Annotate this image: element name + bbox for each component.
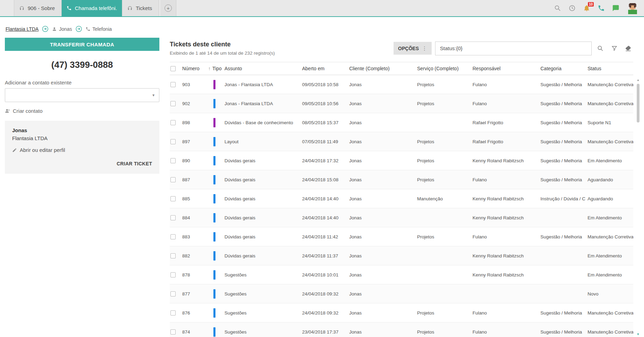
column-header-servico[interactable]: Serviço (Completo) <box>415 62 470 75</box>
row-checkbox[interactable] <box>170 234 176 239</box>
ticket-subject[interactable]: Jonas - Flantasia LTDA <box>222 75 300 94</box>
ticket-opened-at: 24/04/2018 09:32 <box>300 284 347 303</box>
existing-contact-select[interactable]: ▾ <box>5 88 159 102</box>
row-checkbox[interactable] <box>170 253 176 258</box>
table-row[interactable]: 884Dúvidas gerais24/04/2018 14:40JonasKe… <box>170 208 633 227</box>
column-header-aberto-em[interactable]: Aberto em <box>300 62 347 75</box>
ticket-subject[interactable]: Dúvidas - Base de conhecimento <box>222 113 300 132</box>
row-checkbox[interactable] <box>170 139 176 144</box>
user-avatar[interactable] <box>627 2 638 14</box>
edit-profile-link[interactable]: Abrir ou editar perfil <box>12 147 152 153</box>
ticket-client: Jonas <box>347 151 415 170</box>
ticket-type-cell <box>211 151 222 170</box>
row-checkbox[interactable] <box>170 120 176 125</box>
ticket-category: Sugestão / Melhoria <box>538 75 585 94</box>
create-ticket-button[interactable]: CRIAR TICKET <box>12 161 152 166</box>
ticket-client: Jonas <box>347 189 415 208</box>
topbar-actions: 10 <box>554 0 644 16</box>
telephony-phone-icon[interactable] <box>598 4 605 12</box>
table-row[interactable]: 897Layout07/05/2018 11:49JonasProjetosRa… <box>170 132 633 151</box>
breadcrumb-company-link[interactable]: Flantasia LTDA <box>6 26 38 32</box>
filter-input[interactable] <box>435 42 592 55</box>
row-checkbox[interactable] <box>170 215 176 220</box>
ticket-number: 903 <box>180 75 211 94</box>
filter-funnel-icon[interactable] <box>609 45 619 52</box>
row-checkbox[interactable] <box>170 291 176 297</box>
tab-ticket-906[interactable]: 906 - Sobre ... <box>14 0 62 16</box>
ticket-subject[interactable]: Jonas - Flantasia LTDA <box>222 94 300 113</box>
table-row[interactable]: 885Dúvidas gerais24/04/2018 14:40JonasMa… <box>170 189 633 208</box>
table-row[interactable]: 902Jonas - Flantasia LTDA09/05/2018 10:5… <box>170 94 633 113</box>
create-contact-link[interactable]: Criar contato <box>5 108 159 114</box>
table-row[interactable]: 883Dúvidas gerais24/04/2018 11:42JonasPr… <box>170 227 633 246</box>
ticket-subject[interactable]: Sugestões <box>222 303 300 322</box>
row-checkbox[interactable] <box>170 177 176 182</box>
table-row[interactable]: 890Dúvidas gerais24/04/2018 17:32JonasPr… <box>170 151 633 170</box>
clear-filter-eraser-icon[interactable] <box>623 45 633 52</box>
search-icon[interactable] <box>595 45 606 52</box>
vertical-scrollbar[interactable]: ▲ ▼ <box>635 78 641 337</box>
row-checkbox[interactable] <box>170 158 176 163</box>
ticket-number: 874 <box>180 322 211 337</box>
row-checkbox[interactable] <box>170 82 176 87</box>
chat-icon[interactable] <box>612 4 619 12</box>
ticket-subject[interactable]: Dúvidas gerais <box>222 170 300 189</box>
ticket-subject[interactable]: Dúvidas gerais <box>222 189 300 208</box>
table-row[interactable]: 876Sugestões24/04/2018 09:32JonasProjeto… <box>170 303 633 322</box>
ticket-agent: Fulano <box>470 75 538 94</box>
ticket-subject[interactable]: Sugestões <box>222 284 300 303</box>
ticket-subject[interactable]: Sugestões <box>222 322 300 337</box>
row-checkbox[interactable] <box>170 310 176 316</box>
column-header-assunto[interactable]: Assunto <box>222 62 300 75</box>
ticket-status: Manutenção Corretiva <box>585 94 633 113</box>
ticket-subject[interactable]: Dúvidas gerais <box>222 246 300 265</box>
row-checkbox[interactable] <box>170 272 176 277</box>
table-row[interactable]: 887Dúvidas gerais24/04/2018 15:08JonasPr… <box>170 170 633 189</box>
options-button[interactable]: OPÇÕES ⋮ <box>394 42 432 55</box>
column-header-tipo[interactable]: ↑Tipo <box>211 62 222 75</box>
column-header-status[interactable]: Status <box>585 62 633 75</box>
breadcrumb-contact[interactable]: Jonas <box>52 26 72 32</box>
transfer-call-button[interactable]: TRANSFERIR CHAMADA <box>5 38 159 51</box>
table-row[interactable]: 874Sugestões23/04/2018 17:37JonasProjeto… <box>170 322 633 337</box>
ticket-type-bar <box>213 175 215 184</box>
plus-icon: + <box>165 4 172 12</box>
column-header-numero[interactable]: Número <box>180 62 211 75</box>
ticket-opened-at: 24/04/2018 15:08 <box>300 170 347 189</box>
table-row[interactable]: 878Sugestões24/04/2018 10:01JonasKenny R… <box>170 265 633 284</box>
ticket-subject[interactable]: Sugestões <box>222 265 300 284</box>
headset-icon <box>127 6 133 11</box>
table-row[interactable]: 882Dúvidas gerais24/04/2018 11:37JonasKe… <box>170 246 633 265</box>
search-icon[interactable] <box>554 4 561 12</box>
table-row[interactable]: 877Sugestões24/04/2018 09:32JonasNovo <box>170 284 633 303</box>
tab-tickets[interactable]: Tickets <box>122 0 159 16</box>
scrollbar-thumb[interactable] <box>637 84 639 122</box>
column-header-categoria[interactable]: Categoria <box>538 62 585 75</box>
column-header-responsavel[interactable]: Responsável <box>470 62 538 75</box>
column-header-cliente[interactable]: Cliente (Completo) <box>347 62 415 75</box>
table-row[interactable]: 903Jonas - Flantasia LTDA09/05/2018 10:5… <box>170 75 633 94</box>
ticket-category <box>538 246 585 265</box>
person-add-icon <box>5 108 10 113</box>
ticket-subject[interactable]: Dúvidas gerais <box>222 208 300 227</box>
table-row[interactable]: 898Dúvidas - Base de conhecimento08/05/2… <box>170 113 633 132</box>
ticket-status: Manutenção Corretiva <box>585 303 633 322</box>
notifications-bell-icon[interactable]: 10 <box>583 4 590 12</box>
history-clock-icon[interactable] <box>568 4 576 12</box>
ticket-type-bar <box>213 118 215 127</box>
scroll-down-icon[interactable]: ▼ <box>635 333 641 336</box>
ticket-type-cell <box>211 322 222 337</box>
select-all-checkbox[interactable] <box>170 66 176 71</box>
ticket-subject[interactable]: Dúvidas gerais <box>222 151 300 170</box>
tab-phone-call[interactable]: Chamada telefôni... <box>62 0 122 16</box>
row-checkbox[interactable] <box>170 196 176 201</box>
ticket-subject[interactable]: Dúvidas gerais <box>222 227 300 246</box>
new-tab-button[interactable]: + <box>160 0 176 16</box>
row-checkbox[interactable] <box>170 329 176 335</box>
row-checkbox[interactable] <box>170 101 176 106</box>
ticket-subject[interactable]: Layout <box>222 132 300 151</box>
ticket-status: Aguardando <box>585 170 633 189</box>
ticket-client: Jonas <box>347 170 415 189</box>
ticket-number: 890 <box>180 151 211 170</box>
scroll-up-icon[interactable]: ▲ <box>635 78 641 82</box>
